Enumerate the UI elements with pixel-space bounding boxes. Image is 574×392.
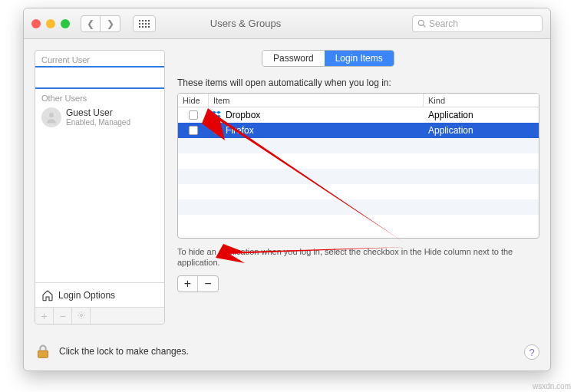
item-kind: Application <box>424 110 539 120</box>
preferences-window: ❮ ❯ Users & Groups Search Current User O… <box>23 8 551 371</box>
firefox-icon <box>212 125 223 136</box>
search-input[interactable]: Search <box>412 15 543 32</box>
window-controls <box>31 19 70 28</box>
item-name: Dropbox <box>226 110 260 120</box>
table-row <box>178 169 539 184</box>
svg-point-3 <box>80 314 82 316</box>
tab-password[interactable]: Password <box>262 51 325 66</box>
col-item[interactable]: Item <box>209 94 424 107</box>
guest-name: Guest User <box>66 107 130 118</box>
watermark: wsxdn.com <box>533 382 571 390</box>
current-user-row[interactable] <box>35 66 164 89</box>
sidebar-toolbar: + − <box>35 307 164 324</box>
table-row <box>178 138 539 153</box>
titlebar: ❮ ❯ Users & Groups Search <box>24 8 550 39</box>
minimize-icon[interactable] <box>46 19 55 28</box>
content-area: Current User Other Users Guest User Enab… <box>24 39 550 371</box>
table-row <box>178 215 539 230</box>
login-items-description: These items will open automatically when… <box>177 77 391 88</box>
table-row <box>178 199 539 215</box>
login-options-row[interactable]: Login Options <box>35 282 164 307</box>
tab-segment: Password Login Items <box>262 50 394 67</box>
sidebar-remove-button[interactable]: − <box>54 308 72 324</box>
table-row <box>178 184 539 199</box>
other-users-label: Other Users <box>35 89 164 104</box>
col-kind[interactable]: Kind <box>424 94 539 107</box>
lock-text: Click the lock to make changes. <box>59 346 189 357</box>
svg-point-0 <box>418 20 424 25</box>
avatar <box>41 107 61 127</box>
svg-line-1 <box>424 25 426 28</box>
help-button[interactable]: ? <box>524 344 539 360</box>
user-silhouette-icon <box>45 110 58 124</box>
sidebar-action-button[interactable] <box>72 308 91 324</box>
add-button[interactable]: + <box>178 276 198 292</box>
col-hide[interactable]: Hide <box>178 94 209 107</box>
hide-checkbox[interactable] <box>189 110 198 120</box>
dropbox-icon <box>212 110 223 120</box>
lock-icon[interactable] <box>35 343 51 360</box>
gear-icon <box>77 311 86 320</box>
table-row <box>178 153 539 169</box>
table-row[interactable]: Dropbox Application <box>178 107 539 123</box>
login-options-label: Login Options <box>58 290 115 301</box>
table-header: Hide Item Kind <box>178 94 539 107</box>
item-name: Firefox <box>226 125 254 136</box>
svg-point-2 <box>49 113 54 117</box>
login-items-table: Hide Item Kind Dropbox Application Firef… <box>177 93 539 239</box>
user-sidebar: Current User Other Users Guest User Enab… <box>35 50 165 324</box>
search-icon <box>417 19 426 28</box>
house-icon <box>41 289 54 301</box>
sidebar-add-button[interactable]: + <box>35 308 54 324</box>
lock-row: Click the lock to make changes. <box>35 343 189 360</box>
search-placeholder: Search <box>429 18 458 29</box>
hide-checkbox[interactable] <box>189 126 198 135</box>
zoom-icon[interactable] <box>61 19 70 28</box>
guest-status: Enabled, Managed <box>66 118 130 127</box>
window-title: Users & Groups <box>85 18 406 29</box>
table-row[interactable]: Firefox Application <box>178 123 539 138</box>
remove-button[interactable]: − <box>198 276 218 292</box>
svg-rect-5 <box>38 351 48 357</box>
guest-user-row[interactable]: Guest User Enabled, Managed <box>35 104 164 130</box>
add-remove-segment: + − <box>177 275 219 292</box>
close-icon[interactable] <box>31 19 41 28</box>
current-user-label: Current User <box>35 51 164 66</box>
item-kind: Application <box>424 125 539 136</box>
hide-note: To hide an application when you log in, … <box>177 246 539 268</box>
tab-login-items[interactable]: Login Items <box>325 51 394 66</box>
